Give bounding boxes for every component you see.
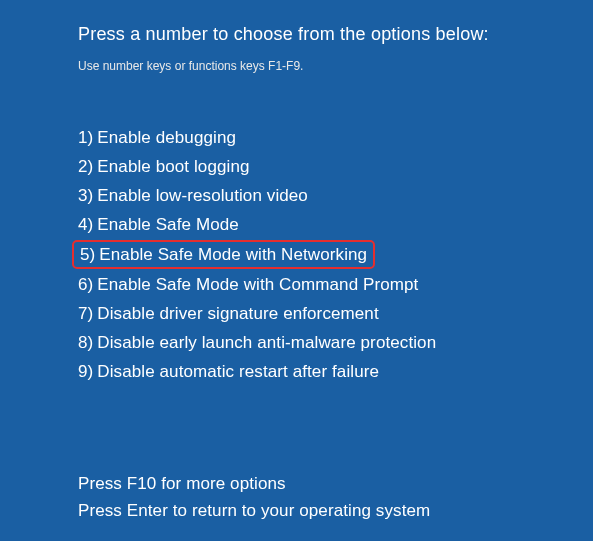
option-6[interactable]: 6) Enable Safe Mode with Command Prompt [78,270,515,299]
option-label: Enable Safe Mode with Command Prompt [97,276,418,293]
boot-options-list: 1) Enable debugging 2) Enable boot loggi… [78,123,515,386]
footer-line-f10: Press F10 for more options [78,470,515,497]
option-3[interactable]: 3) Enable low-resolution video [78,181,515,210]
option-9[interactable]: 9) Disable automatic restart after failu… [78,357,515,386]
option-label: Enable boot logging [97,158,249,175]
instruction-subtitle: Use number keys or functions keys F1-F9. [78,59,515,73]
option-label: Enable Safe Mode [97,216,238,233]
option-label: Disable driver signature enforcement [97,305,378,322]
option-1[interactable]: 1) Enable debugging [78,123,515,152]
option-number: 4) [78,216,93,233]
option-number: 2) [78,158,93,175]
footer-instructions: Press F10 for more options Press Enter t… [78,470,515,524]
option-number: 9) [78,363,93,380]
option-label: Enable Safe Mode with Networking [99,246,367,263]
option-4[interactable]: 4) Enable Safe Mode [78,210,515,239]
option-number: 5) [80,246,95,263]
option-number: 7) [78,305,93,322]
option-label: Disable early launch anti-malware protec… [97,334,436,351]
option-number: 1) [78,129,93,146]
option-2[interactable]: 2) Enable boot logging [78,152,515,181]
option-number: 3) [78,187,93,204]
option-8[interactable]: 8) Disable early launch anti-malware pro… [78,328,515,357]
option-number: 8) [78,334,93,351]
footer-line-enter: Press Enter to return to your operating … [78,497,515,524]
option-label: Disable automatic restart after failure [97,363,379,380]
option-7[interactable]: 7) Disable driver signature enforcement [78,299,515,328]
option-label: Enable debugging [97,129,236,146]
instruction-title: Press a number to choose from the option… [78,24,515,45]
option-5-highlighted[interactable]: 5) Enable Safe Mode with Networking [72,240,375,269]
option-label: Enable low-resolution video [97,187,308,204]
option-number: 6) [78,276,93,293]
